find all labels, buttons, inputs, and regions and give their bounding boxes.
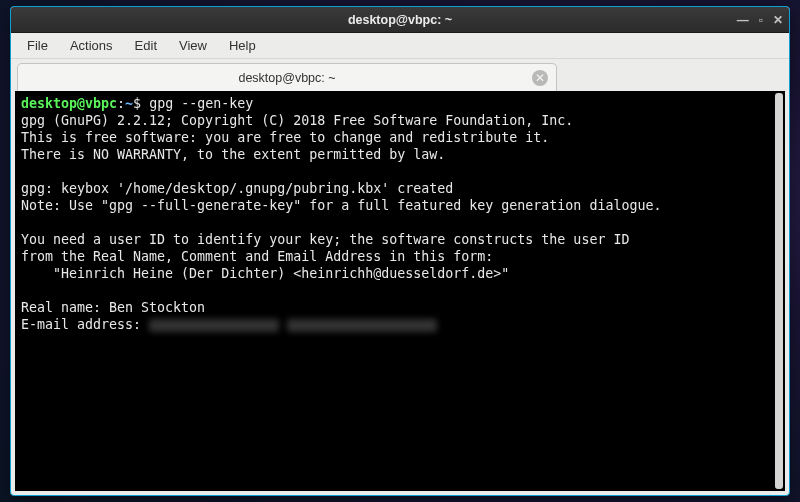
prompt-path: ~ — [125, 96, 133, 111]
window-controls: — ▫ ✕ — [737, 7, 783, 33]
tab-active[interactable]: desktop@vbpc: ~ ✕ — [17, 63, 557, 91]
out-line: This is free software: you are free to c… — [21, 130, 549, 145]
menu-help[interactable]: Help — [219, 35, 266, 56]
out-line-email-prefix: E-mail address: — [21, 317, 149, 332]
out-line: You need a user ID to identify your key;… — [21, 232, 629, 247]
redacted-email-domain — [287, 319, 437, 332]
command-text: gpg --gen-key — [141, 96, 253, 111]
titlebar: desktop@vbpc: ~ — ▫ ✕ — [11, 7, 789, 33]
minimize-button[interactable]: — — [737, 13, 749, 27]
maximize-button[interactable]: ▫ — [759, 13, 763, 27]
menu-view[interactable]: View — [169, 35, 217, 56]
menu-file[interactable]: File — [17, 35, 58, 56]
menu-actions[interactable]: Actions — [60, 35, 123, 56]
prompt-sep: : — [117, 96, 125, 111]
tab-label: desktop@vbpc: ~ — [238, 71, 335, 85]
out-line: gpg (GnuPG) 2.2.12; Copyright (C) 2018 F… — [21, 113, 573, 128]
out-line-realname: Real name: Ben Stockton — [21, 300, 205, 315]
close-button[interactable]: ✕ — [773, 13, 783, 27]
scrollbar[interactable] — [775, 93, 783, 489]
out-line: There is NO WARRANTY, to the extent perm… — [21, 147, 445, 162]
out-line: "Heinrich Heine (Der Dichter) <heinrichh… — [21, 266, 509, 281]
prompt-user: desktop@vbpc — [21, 96, 117, 111]
prompt-dollar: $ — [133, 96, 141, 111]
out-line: gpg: keybox '/home/desktop/.gnupg/pubrin… — [21, 181, 453, 196]
menu-edit[interactable]: Edit — [125, 35, 167, 56]
terminal-window: desktop@vbpc: ~ — ▫ ✕ File Actions Edit … — [10, 6, 790, 496]
redacted-email-local — [149, 319, 279, 332]
terminal-viewport[interactable]: desktop@vbpc:~$ gpg --gen-key gpg (GnuPG… — [15, 91, 785, 491]
tab-close-icon[interactable]: ✕ — [532, 70, 548, 86]
terminal-output: desktop@vbpc:~$ gpg --gen-key gpg (GnuPG… — [15, 91, 785, 337]
menubar: File Actions Edit View Help — [11, 33, 789, 59]
out-line: from the Real Name, Comment and Email Ad… — [21, 249, 493, 264]
tabbar: desktop@vbpc: ~ ✕ — [11, 59, 789, 91]
window-title: desktop@vbpc: ~ — [348, 13, 452, 27]
out-line: Note: Use "gpg --full-generate-key" for … — [21, 198, 661, 213]
